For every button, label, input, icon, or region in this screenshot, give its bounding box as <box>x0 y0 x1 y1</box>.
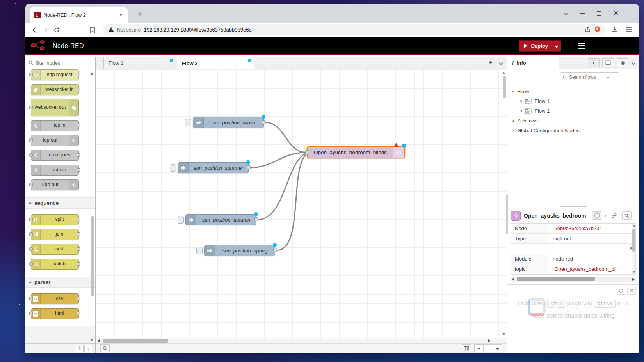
palette-node-tcp-out[interactable]: tcp out <box>31 135 79 146</box>
inject-button[interactable] <box>185 119 191 126</box>
close-icon[interactable]: ✕ <box>627 287 636 295</box>
node-sun-position-summer[interactable]: sun_position_summer <box>178 162 249 173</box>
palette-node-websocket-in[interactable]: websocket in <box>31 84 79 95</box>
book-icon[interactable] <box>592 211 601 220</box>
link-icon[interactable] <box>610 211 619 220</box>
palette-node-join[interactable]: join <box>31 229 79 240</box>
hscroll-thumb[interactable] <box>103 339 168 343</box>
refresh-icon[interactable] <box>617 287 625 295</box>
tree-item-flows[interactable]: Flows <box>507 87 639 96</box>
deploy-button[interactable]: Deploy <box>519 40 561 52</box>
back-icon[interactable] <box>29 25 40 35</box>
url-bar[interactable]: Not secure 192.168.29.129:1880/#flow/3b6… <box>103 24 605 35</box>
bug-icon[interactable] <box>617 58 628 67</box>
map-icon[interactable] <box>462 344 471 352</box>
tab-search-icon[interactable] <box>564 12 568 16</box>
node-open-ayushs-bedroom-blinds[interactable]: Open_ayushs_bedroom_blinds <box>307 146 405 158</box>
palette-node-websocket-out[interactable]: websocket out <box>31 99 79 116</box>
collapse-up-icon[interactable] <box>76 345 84 352</box>
palette-node-udp-out[interactable]: udp out <box>31 179 79 190</box>
info-tab-icon[interactable]: i <box>588 58 600 67</box>
tree-item-subflows[interactable]: Subflows <box>507 116 639 126</box>
tab-flow-1[interactable]: Flow 1 <box>103 57 176 69</box>
search-icon[interactable] <box>622 211 632 220</box>
window-close-button[interactable]: ✕ <box>613 9 619 18</box>
palette-scroll-up-icon[interactable] <box>90 72 93 75</box>
palette-node-html[interactable]: <> html <box>31 308 79 319</box>
tab-close-icon[interactable]: × <box>118 12 124 18</box>
search-icon[interactable] <box>100 344 110 352</box>
tree-item-flow-1[interactable]: Flow 1 <box>507 96 639 106</box>
zoom-out-icon[interactable]: − <box>474 344 484 352</box>
flow-list-icon[interactable] <box>499 61 503 65</box>
maximize-button[interactable] <box>597 11 601 16</box>
scroll-up-icon[interactable] <box>632 225 635 227</box>
output-port[interactable] <box>262 120 266 124</box>
scroll-right-icon[interactable] <box>488 339 491 342</box>
sidebar-menu-icon[interactable] <box>632 61 636 65</box>
palette-node-csv[interactable]: 1,2 csv <box>31 293 79 304</box>
palette-scrollbar[interactable] <box>91 216 94 296</box>
palette-node-tcp-request[interactable]: tcp request <box>31 150 79 161</box>
brave-shield-icon[interactable] <box>594 26 601 34</box>
inject-button[interactable] <box>170 164 176 172</box>
collapse-down-icon[interactable] <box>84 345 92 352</box>
tree-item-flow-2[interactable]: Flow 2 <box>507 106 639 116</box>
output-port[interactable] <box>247 165 251 169</box>
tab-info[interactable]: i info <box>507 57 559 69</box>
search-flows-box[interactable] <box>560 72 619 82</box>
canvas-scroll-down-icon[interactable] <box>502 333 505 335</box>
sidebar-tabbar: i info i <box>507 57 639 69</box>
minimize-button[interactable] <box>580 13 585 14</box>
forward-icon[interactable] <box>40 25 51 35</box>
palette-category-sequence[interactable]: sequence <box>25 197 95 209</box>
palette-scroll-down-icon[interactable] <box>90 339 93 341</box>
table-hscrollbar[interactable] <box>511 277 636 282</box>
canvas-scroll-up-icon[interactable] <box>502 72 505 74</box>
tab-flow-2[interactable]: Flow 2 <box>177 57 254 69</box>
scroll-down-icon[interactable] <box>632 271 635 273</box>
node-sun-position-autumn[interactable]: sun_position_autumn <box>185 214 256 225</box>
info-splitter[interactable] <box>507 203 639 209</box>
scroll-left-icon[interactable] <box>97 339 100 342</box>
canvas-hscrollbar[interactable] <box>96 338 507 343</box>
input-port[interactable] <box>305 150 309 154</box>
tree-item-global-config[interactable]: Global Configuration Nodes <box>507 126 639 135</box>
palette-category-parser[interactable]: parser <box>25 277 95 288</box>
workspace-grid[interactable]: sun_position_winter sun_position_summer … <box>96 69 507 338</box>
palette-node-tcp-in[interactable]: tcp in <box>31 120 79 131</box>
palette-node-sort[interactable]: sort <box>31 244 79 255</box>
palette-node-http-request[interactable]: http request <box>31 69 79 80</box>
node-sun-position-spring[interactable]: sun_position_spring <box>204 245 275 256</box>
palette-node-batch[interactable]: batch <box>31 259 79 270</box>
palette-node-split[interactable]: split <box>31 214 79 225</box>
url-text[interactable]: 192.168.29.129:1880/#flow/3b63758abb9b9e… <box>144 27 582 33</box>
node-sun-position-winter[interactable]: sun_position_winter <box>193 117 264 128</box>
zoom-reset-icon[interactable]: ○ <box>484 344 493 352</box>
deploy-dropdown[interactable] <box>552 41 561 51</box>
output-port[interactable] <box>273 248 277 252</box>
sidebar-splitter[interactable] <box>506 195 508 234</box>
scroll-left-icon[interactable] <box>512 278 514 281</box>
browser-menu-icon[interactable] <box>626 27 632 34</box>
share-icon[interactable] <box>585 26 591 34</box>
canvas-vscrollbar[interactable] <box>503 76 506 98</box>
book-icon[interactable] <box>602 58 614 67</box>
zoom-in-icon[interactable]: + <box>493 344 502 352</box>
add-flow-button[interactable]: + <box>488 59 493 67</box>
bookmark-icon[interactable] <box>87 25 98 35</box>
nodered-menu-icon[interactable] <box>578 43 585 49</box>
reload-icon[interactable] <box>51 25 62 35</box>
filter-nodes-input[interactable] <box>36 60 78 66</box>
inject-button[interactable] <box>196 247 203 254</box>
scroll-right-icon[interactable] <box>632 278 635 281</box>
inject-button[interactable] <box>178 216 184 224</box>
search-flows-input[interactable] <box>569 75 605 80</box>
new-tab-button[interactable]: + <box>138 10 142 19</box>
table-vscrollbar[interactable] <box>632 224 635 274</box>
browser-tab[interactable]: Node-RED : Flow 2 × <box>30 7 128 23</box>
palette-filter[interactable] <box>25 57 95 69</box>
download-icon[interactable] <box>612 26 618 34</box>
palette-node-udp-in[interactable]: udp in <box>31 165 79 176</box>
output-port[interactable] <box>254 217 258 221</box>
